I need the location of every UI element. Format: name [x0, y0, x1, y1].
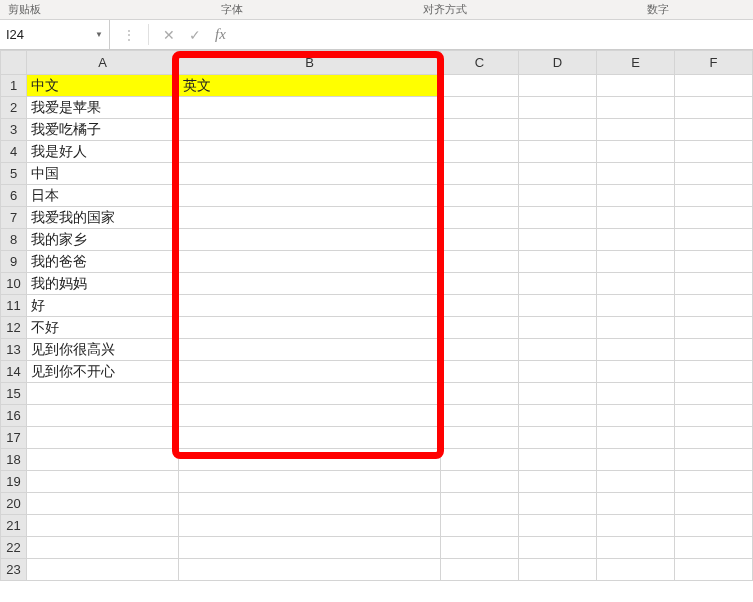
col-header-E[interactable]: E [597, 51, 675, 75]
cell[interactable] [27, 449, 179, 471]
row-header[interactable]: 5 [1, 163, 27, 185]
cell[interactable] [675, 383, 753, 405]
row-header[interactable]: 23 [1, 559, 27, 581]
cell[interactable] [27, 471, 179, 493]
row-header[interactable]: 19 [1, 471, 27, 493]
row-header[interactable]: 12 [1, 317, 27, 339]
cell[interactable]: 中国 [27, 163, 179, 185]
name-box[interactable]: I24 ▼ [0, 20, 110, 49]
cell[interactable] [179, 559, 441, 581]
cell[interactable] [441, 273, 519, 295]
cell[interactable] [179, 383, 441, 405]
cell[interactable] [519, 97, 597, 119]
cell[interactable] [179, 317, 441, 339]
cell[interactable] [179, 141, 441, 163]
cell[interactable] [597, 449, 675, 471]
cell[interactable] [675, 515, 753, 537]
cell[interactable]: 我的家乡 [27, 229, 179, 251]
row-header[interactable]: 6 [1, 185, 27, 207]
cell[interactable] [441, 97, 519, 119]
cell[interactable] [179, 273, 441, 295]
fx-icon[interactable]: fx [215, 26, 226, 43]
cell[interactable] [675, 251, 753, 273]
confirm-icon[interactable]: ✓ [189, 27, 201, 43]
cell-A1[interactable]: 中文 [27, 75, 179, 97]
select-all-corner[interactable] [1, 51, 27, 75]
cell[interactable] [179, 97, 441, 119]
cell[interactable] [519, 317, 597, 339]
cell[interactable] [675, 493, 753, 515]
cell[interactable] [519, 493, 597, 515]
cell[interactable] [597, 405, 675, 427]
row-header[interactable]: 3 [1, 119, 27, 141]
row-header[interactable]: 1 [1, 75, 27, 97]
cell[interactable]: 我是好人 [27, 141, 179, 163]
cell[interactable] [675, 537, 753, 559]
cell[interactable] [179, 295, 441, 317]
cell[interactable] [597, 273, 675, 295]
cell[interactable] [441, 251, 519, 273]
cell[interactable] [179, 427, 441, 449]
cell[interactable] [597, 339, 675, 361]
row-header[interactable]: 7 [1, 207, 27, 229]
cell[interactable]: 我爱吃橘子 [27, 119, 179, 141]
cell[interactable] [519, 119, 597, 141]
cell[interactable] [597, 163, 675, 185]
cell[interactable] [675, 361, 753, 383]
cell[interactable] [597, 559, 675, 581]
cell[interactable] [675, 405, 753, 427]
cell[interactable]: 好 [27, 295, 179, 317]
cell[interactable] [179, 229, 441, 251]
cell[interactable] [179, 405, 441, 427]
row-header[interactable]: 22 [1, 537, 27, 559]
col-header-C[interactable]: C [441, 51, 519, 75]
cell[interactable] [27, 493, 179, 515]
cell[interactable] [441, 361, 519, 383]
cell[interactable] [675, 97, 753, 119]
cell[interactable] [441, 383, 519, 405]
cell[interactable]: 见到你很高兴 [27, 339, 179, 361]
cell[interactable] [441, 75, 519, 97]
cell[interactable] [441, 141, 519, 163]
cell-B1[interactable]: 英文 [179, 75, 441, 97]
cancel-icon[interactable]: ✕ [163, 27, 175, 43]
cell[interactable] [597, 295, 675, 317]
cell[interactable] [597, 471, 675, 493]
cell[interactable] [597, 493, 675, 515]
cell[interactable] [519, 229, 597, 251]
cell[interactable] [179, 471, 441, 493]
row-header[interactable]: 13 [1, 339, 27, 361]
row-header[interactable]: 10 [1, 273, 27, 295]
cell[interactable] [27, 427, 179, 449]
cell[interactable] [675, 229, 753, 251]
cell[interactable] [675, 427, 753, 449]
cell[interactable] [441, 471, 519, 493]
cell[interactable] [675, 449, 753, 471]
row-header[interactable]: 9 [1, 251, 27, 273]
cell[interactable]: 我的妈妈 [27, 273, 179, 295]
cell[interactable] [441, 229, 519, 251]
cell[interactable] [27, 405, 179, 427]
cell[interactable] [27, 559, 179, 581]
cell[interactable] [441, 449, 519, 471]
cell[interactable] [675, 163, 753, 185]
cell[interactable] [597, 251, 675, 273]
cell[interactable] [675, 75, 753, 97]
cell[interactable] [179, 119, 441, 141]
cell[interactable] [519, 515, 597, 537]
row-header[interactable]: 20 [1, 493, 27, 515]
cell[interactable] [27, 515, 179, 537]
name-box-dropdown-icon[interactable]: ▼ [95, 30, 103, 39]
cell[interactable] [441, 339, 519, 361]
cell[interactable] [441, 119, 519, 141]
row-header[interactable]: 18 [1, 449, 27, 471]
cell[interactable] [597, 75, 675, 97]
cell[interactable] [179, 493, 441, 515]
cell[interactable] [27, 537, 179, 559]
cell[interactable] [675, 339, 753, 361]
cell[interactable]: 见到你不开心 [27, 361, 179, 383]
cell[interactable] [597, 207, 675, 229]
cell[interactable] [597, 119, 675, 141]
cell[interactable] [519, 537, 597, 559]
cell[interactable] [179, 207, 441, 229]
